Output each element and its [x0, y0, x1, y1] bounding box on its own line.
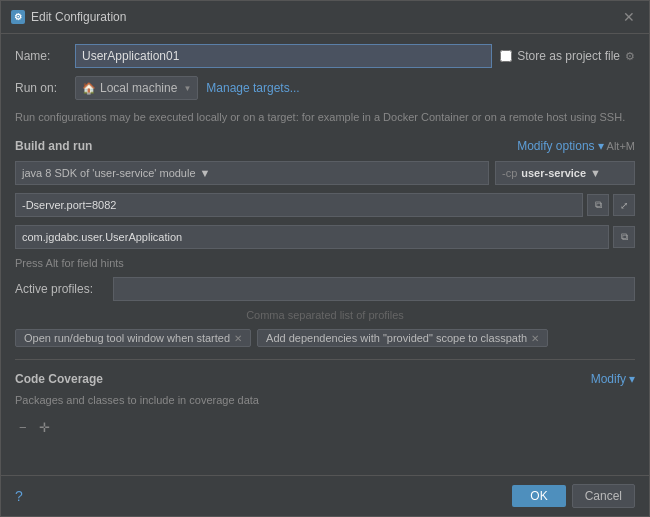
active-profiles-row: Active profiles: — [15, 277, 635, 301]
active-profiles-label: Active profiles: — [15, 282, 105, 296]
profiles-hint-text: Comma separated list of profiles — [15, 309, 635, 321]
run-on-label: Run on: — [15, 81, 67, 95]
tag-add-dependencies-label: Add dependencies with "provided" scope t… — [266, 332, 527, 344]
vm-options-copy-icon[interactable]: ⧉ — [587, 194, 609, 216]
coverage-remove-button[interactable]: − — [15, 418, 31, 437]
store-project-checkbox[interactable] — [500, 50, 512, 62]
run-on-dropdown[interactable]: 🏠 Local machine ▼ — [75, 76, 198, 100]
name-input[interactable] — [75, 44, 492, 68]
edit-configuration-dialog: ⚙ Edit Configuration ✕ Name: Store as pr… — [0, 0, 650, 517]
sdk-dropdown[interactable]: java 8 SDK of 'user-service' module ▼ — [15, 161, 489, 185]
store-project-row: Store as project file ⚙ — [500, 49, 635, 63]
store-project-label: Store as project file — [517, 49, 620, 63]
dialog-footer: ? OK Cancel — [1, 475, 649, 516]
sdk-dropdown-arrow-icon: ▼ — [200, 167, 211, 179]
divider-1 — [15, 359, 635, 360]
title-bar: ⚙ Edit Configuration ✕ — [1, 1, 649, 34]
main-class-input[interactable] — [15, 225, 609, 249]
chevron-down-icon: ▾ — [598, 139, 604, 153]
run-on-info-text: Run configurations may be executed local… — [15, 108, 635, 127]
build-run-section-header: Build and run Modify options ▾ Alt+M — [15, 139, 635, 153]
active-profiles-input[interactable] — [113, 277, 635, 301]
shortcut-hint: Alt+M — [607, 140, 635, 152]
name-label: Name: — [15, 49, 67, 63]
run-on-machine-label: Local machine — [100, 81, 177, 95]
tag-open-run-debug: Open run/debug tool window when started … — [15, 329, 251, 347]
title-bar-left: ⚙ Edit Configuration — [11, 10, 126, 24]
tag-open-run-debug-label: Open run/debug tool window when started — [24, 332, 230, 344]
tags-row: Open run/debug tool window when started … — [15, 329, 635, 347]
cp-dropdown-arrow-icon: ▼ — [590, 167, 601, 179]
modify-coverage-link[interactable]: Modify ▾ — [591, 372, 635, 386]
modify-coverage-chevron-icon: ▾ — [629, 372, 635, 386]
code-coverage-title: Code Coverage — [15, 372, 103, 386]
home-icon: 🏠 — [82, 82, 96, 95]
ok-button[interactable]: OK — [512, 485, 565, 507]
cancel-button[interactable]: Cancel — [572, 484, 635, 508]
field-hints-text: Press Alt for field hints — [15, 257, 635, 269]
close-button[interactable]: ✕ — [619, 7, 639, 27]
cp-dropdown[interactable]: -cp user-service ▼ — [495, 161, 635, 185]
sdk-cp-row: java 8 SDK of 'user-service' module ▼ -c… — [15, 161, 635, 185]
tag-add-dependencies: Add dependencies with "provided" scope t… — [257, 329, 548, 347]
build-run-title: Build and run — [15, 139, 92, 153]
dialog-title: Edit Configuration — [31, 10, 126, 24]
vm-options-row: ⧉ ⤢ — [15, 193, 635, 217]
main-class-row: ⧉ — [15, 225, 635, 249]
dialog-icon: ⚙ — [11, 10, 25, 24]
sdk-value: java 8 SDK of 'user-service' module — [22, 167, 196, 179]
dialog-content: Name: Store as project file ⚙ Run on: 🏠 … — [1, 34, 649, 475]
vm-options-expand-icon[interactable]: ⤢ — [613, 194, 635, 216]
run-on-row: Run on: 🏠 Local machine ▼ Manage targets… — [15, 76, 635, 100]
tag-open-run-debug-close[interactable]: ✕ — [234, 333, 242, 344]
main-class-copy-icon[interactable]: ⧉ — [613, 226, 635, 248]
dropdown-arrow-icon: ▼ — [183, 84, 191, 93]
footer-right: OK Cancel — [512, 484, 635, 508]
vm-options-input[interactable] — [15, 193, 583, 217]
code-coverage-header: Code Coverage Modify ▾ — [15, 372, 635, 386]
name-row: Name: Store as project file ⚙ — [15, 44, 635, 68]
coverage-add-button[interactable]: ✛ — [35, 418, 54, 437]
tag-add-dependencies-close[interactable]: ✕ — [531, 333, 539, 344]
cp-value-label: user-service — [521, 167, 586, 179]
gear-icon: ⚙ — [625, 50, 635, 63]
coverage-hint-text: Packages and classes to include in cover… — [15, 394, 635, 406]
modify-options-link[interactable]: Modify options ▾ Alt+M — [517, 139, 635, 153]
manage-targets-link[interactable]: Manage targets... — [206, 81, 299, 95]
cp-prefix-label: -cp — [502, 167, 517, 179]
help-button[interactable]: ? — [15, 488, 23, 504]
coverage-toolbar: − ✛ — [15, 418, 635, 437]
